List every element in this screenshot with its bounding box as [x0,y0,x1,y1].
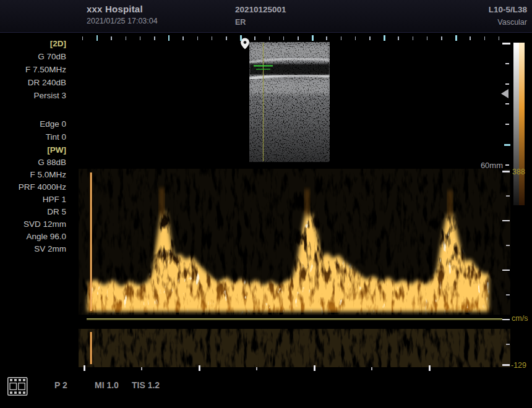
param-2d-frequency[interactable]: F 7.50MHz [0,63,66,76]
param-2d-persist[interactable]: Persist 3 [0,89,66,102]
ultrasound-screen: xxx Hospital 2021/01/25 17:03:04 2021012… [0,0,532,408]
b-mode-image [249,42,330,162]
param-2d-gain[interactable]: G 70dB [0,50,66,63]
doppler-baseline[interactable] [87,318,502,320]
velocity-min-label: -129 [511,361,526,370]
param-pw-gain[interactable]: G 88dB [0,156,66,169]
grayscale-colorbar [513,43,525,205]
depth-ruler-first-tick [502,43,510,45]
exam-id-block: 20210125001 ER [235,5,286,27]
header-bar: xxx Hospital 2021/01/25 17:03:04 2021012… [0,0,532,33]
cine-icon[interactable] [8,378,27,396]
velocity-unit-label: cm/s [512,314,528,323]
velocity-max-label: 388 [512,168,525,176]
time-ruler-small-ticks [141,367,469,370]
imaging-canvas [0,0,532,408]
depth-ruler-ticks [505,43,509,168]
tis-status: TIS 1.2 [132,380,160,390]
patient-id: 20210125001 [235,5,286,14]
param-group-pw: [PW] G 88dB F 5.0MHz PRF 4000Hz HPF 1 DR… [0,144,66,255]
param-group-proc: Edge 0 Tint 0 [0,117,66,143]
param-pw-dynamic-range[interactable]: DR 5 [0,206,66,218]
velocity-ruler-small-ticks [506,195,510,347]
patient-info-block: xxx Hospital 2021/01/25 17:03:04 [87,4,158,25]
velocity-ruler-last-tick [502,364,510,366]
exam-datetime: 2021/01/25 17:03:04 [87,17,158,25]
mode-label-pw: [PW] [0,144,66,156]
pw-spectrum-below-baseline [87,330,502,366]
mode-label-2d: [2D] [0,37,66,50]
param-pw-svd[interactable]: SVD 12mm [0,218,66,231]
param-pw-frequency[interactable]: F 5.0MHz [0,169,66,181]
param-2d-dynamic-range[interactable]: DR 240dB [0,76,66,89]
depth-marker-tick [504,144,510,146]
probe-info-block: L10-5/L38 Vascular [489,5,527,27]
param-pw-angle[interactable]: Angle 96.0 [0,231,66,243]
depth-max-label: 60mm [475,161,503,170]
department-label: ER [235,18,286,27]
power-status: P 2 [54,380,67,390]
param-pw-hpf[interactable]: HPF 1 [0,193,66,206]
param-tint[interactable]: Tint 0 [0,130,66,143]
param-pw-prf[interactable]: PRF 4000Hz [0,181,66,193]
pw-spectrum [87,172,502,313]
mi-status: MI 1.0 [95,380,119,390]
param-pw-sv[interactable]: SV 2mm [0,243,66,255]
hospital-name: xxx Hospital [87,4,158,14]
lateral-ruler-major-ticks [97,35,506,41]
exam-preset: Vascular [489,18,527,27]
probe-model: L10-5/L38 [489,5,527,14]
param-group-2d: [2D] G 70dB F 7.50MHz DR 240dB Persist 3 [0,37,66,102]
param-edge[interactable]: Edge 0 [0,117,66,130]
